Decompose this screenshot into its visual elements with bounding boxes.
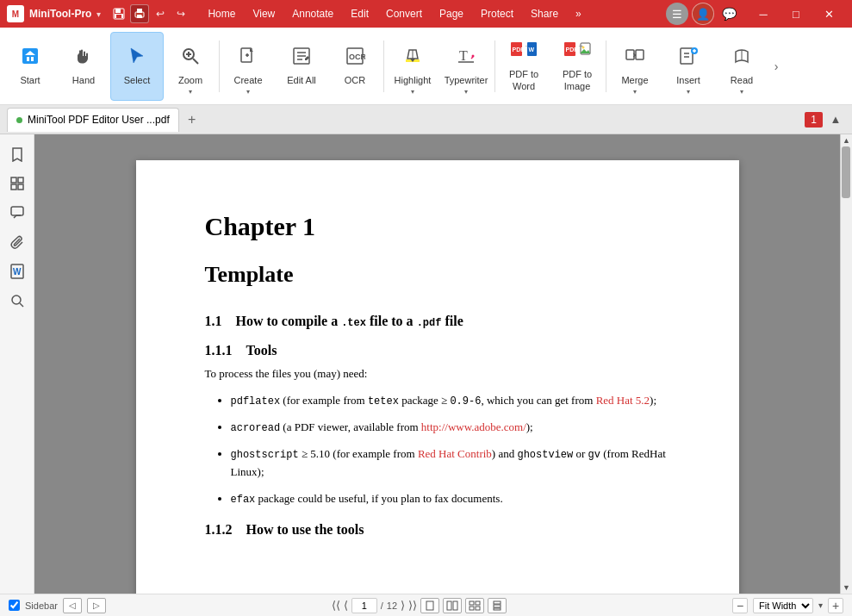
tools-list: pdflatex (for example from tetex package… [231,392,670,509]
toolbar-merge[interactable]: Merge ▾ [608,32,662,101]
view-continuous[interactable] [488,598,507,613]
toolbar-zoom[interactable]: Zoom ▾ [164,32,217,101]
section-1-1-header: 1.1 How to compile a .tex file to a .pdf… [205,314,670,329]
close-button[interactable]: ✕ [812,0,845,28]
svg-rect-60 [447,601,451,610]
read-icon [731,46,752,72]
sidebar-toggle[interactable] [9,600,20,611]
menu-protect[interactable]: Protect [472,4,522,23]
highlight-icon [402,46,423,72]
notification-icon[interactable]: ☰ [666,3,688,25]
link-redhat-contrib[interactable]: Red Hat Contrib [418,447,492,460]
svg-rect-51 [18,177,23,183]
app-menu-arrow[interactable]: ▾ [96,9,101,19]
insert-icon [678,46,699,72]
new-tab-button[interactable]: + [181,109,203,131]
toolbar-pdf-to-image[interactable]: PDF → PDF to Image [550,32,604,101]
link-adobe[interactable]: http://www.adobe.com/ [421,420,526,433]
page-next-btn[interactable]: ⟩ [401,599,405,612]
tab-pdf-file[interactable]: MiniTool PDF Editor User ...pdf [7,108,179,132]
page-prev-btn[interactable]: ⟨ [344,599,348,612]
sidebar-attachments-icon[interactable] [4,229,30,255]
page-number-input[interactable] [351,598,377,613]
sidebar-comments-icon[interactable] [4,200,30,226]
status-bar: Sidebar ◁ ▷ ⟨⟨ ⟨ / 12 ⟩ ⟩⟩ − Fit Width F… [0,594,852,616]
chat-icon[interactable]: 💬 [718,3,740,25]
toolbar-read[interactable]: Read ▾ [715,32,768,101]
app-logo: M [7,5,24,22]
menu-annotate[interactable]: Annotate [283,4,342,23]
menu-share[interactable]: Share [522,4,567,23]
toolbar-insert[interactable]: Insert ▾ [662,32,715,101]
title-bar-right: ☰ 👤 💬 [666,3,740,25]
toolbar-select[interactable]: Select [110,32,164,101]
ocr-icon: OCR [345,46,365,72]
sidebar-pages-icon[interactable] [4,171,30,196]
menu-edit[interactable]: Edit [342,4,377,23]
toolbar-create[interactable]: Create ▾ [221,32,275,101]
code-gv: gv [588,449,600,461]
zoom-out-btn[interactable]: − [732,598,748,613]
link-redhat52[interactable]: Red Hat 5.2 [596,394,650,407]
toolbar-typewriter[interactable]: T Typewriter ▾ [439,32,493,101]
status-bar-left: Sidebar ◁ ▷ [9,598,106,613]
zoom-dropdown-arrow[interactable]: ▾ [818,600,823,610]
start-label: Start [20,75,40,86]
toolbar-hand[interactable]: Hand [57,32,110,101]
zoom-level-select[interactable]: Fit Width Fit Page 50% 75% 100% 125% 150… [753,598,813,613]
toolbar-highlight[interactable]: Highlight ▾ [386,32,439,101]
scroll-up-btn[interactable]: ▲ [841,134,853,146]
minimize-button[interactable]: ─ [747,0,780,28]
toolbar-edit-all[interactable]: Edit All [275,32,328,101]
svg-rect-54 [11,207,23,215]
save-icon[interactable] [109,4,128,23]
zoom-arrow: ▾ [189,88,192,96]
svg-point-7 [141,14,143,16]
maximize-button[interactable]: □ [780,0,812,28]
user-avatar[interactable]: 👤 [692,3,714,25]
menu-more[interactable]: » [567,4,590,23]
create-label: Create [233,75,262,86]
toolbar-start[interactable]: Start [3,32,57,101]
zoom-icon [180,46,201,72]
toolbar-more-btn[interactable]: › [768,32,784,101]
tab-scroll-up[interactable]: ▲ [826,110,845,129]
menu-page[interactable]: Page [431,4,472,23]
sidebar-search-icon[interactable] [4,288,30,314]
zoom-label: Zoom [178,75,202,86]
zoom-in-btn[interactable]: + [828,598,843,613]
scroll-down-btn[interactable]: ▼ [841,582,853,594]
status-bar-right: − Fit Width Fit Page 50% 75% 100% 125% 1… [732,598,843,613]
menu-home[interactable]: Home [199,4,244,23]
separator-4 [606,40,606,92]
separator-3 [494,40,495,92]
page-last-btn[interactable]: ⟩⟩ [408,599,417,612]
section-1-1-num: 1.1 [205,314,222,329]
vertical-scrollbar[interactable]: ▲ ▼ [840,134,852,594]
view-scroll[interactable] [465,598,484,613]
menu-view[interactable]: View [244,4,283,23]
undo-icon[interactable]: ↩ [151,4,170,23]
chapter-title: Chapter 1 [205,212,670,241]
menu-convert[interactable]: Convert [377,4,431,23]
redo-icon[interactable]: ↪ [171,4,190,23]
scroll-thumb[interactable] [842,146,850,198]
sidebar-word-icon[interactable]: W [4,258,30,284]
view-left-btn[interactable]: ◁ [63,598,82,613]
toolbar-pdf-to-word[interactable]: PDF → W PDF to Word [497,32,550,101]
svg-rect-52 [11,184,16,190]
view-right-btn[interactable]: ▷ [87,598,106,613]
svg-text:W: W [13,267,22,277]
print-icon[interactable] [130,4,149,23]
sidebar-bookmark-icon[interactable] [4,141,30,167]
svg-rect-1 [115,9,121,13]
page-first-btn[interactable]: ⟨⟨ [332,599,340,612]
svg-rect-8 [22,48,38,64]
list-item-efax: efax package could be useful, if you pla… [231,490,670,508]
view-two-page[interactable] [443,598,462,613]
toolbar-ocr[interactable]: OCR OCR [328,32,382,101]
view-single-page[interactable] [420,598,439,613]
code-tex: .tex [341,317,366,329]
section-1-1-1-title: Tools [246,343,277,358]
section-1-1-2-header: 1.1.2 How to use the tools [205,522,670,538]
